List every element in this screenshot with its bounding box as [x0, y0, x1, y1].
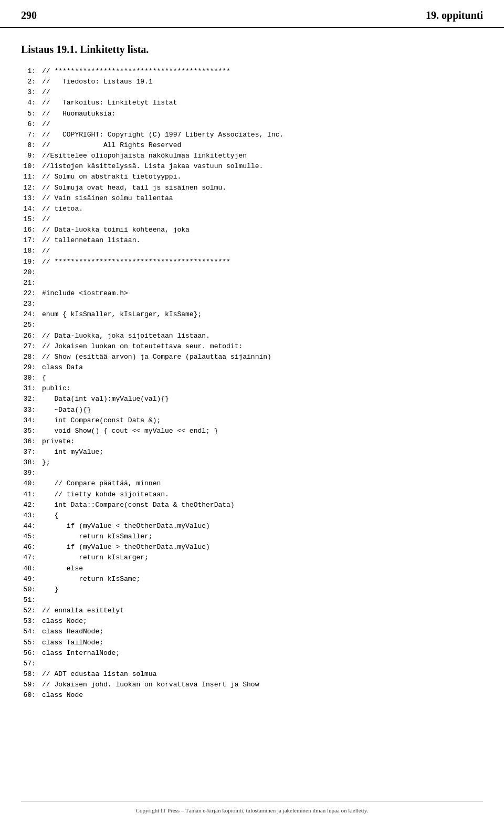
code-line: 43: {	[21, 510, 483, 521]
line-content: ~Data(){}	[42, 405, 483, 415]
code-line: 51:	[21, 595, 483, 606]
code-line: 41: // tietty kohde sijoitetaan.	[21, 489, 483, 500]
line-number: 20:	[21, 267, 42, 278]
code-line: 40: // Compare päättää, minnen	[21, 478, 483, 489]
code-line: 50: }	[21, 585, 483, 595]
line-content: // COPYRIGHT: Copyright (C) 1997 Liberty…	[42, 130, 483, 140]
line-content: private:	[42, 436, 483, 447]
line-number: 31:	[21, 383, 42, 394]
line-content: // Compare päättää, minnen	[42, 478, 483, 489]
code-line: 45: return kIsSmaller;	[21, 531, 483, 542]
line-number: 50:	[21, 585, 42, 595]
line-content: // ennalta esittelyt	[42, 606, 483, 616]
line-content: if (myValue > theOtherData.myValue)	[42, 542, 483, 552]
line-content: #include <iostream.h>	[42, 288, 483, 299]
code-line: 37: int myValue;	[21, 447, 483, 457]
code-line: 14:// tietoa.	[21, 204, 483, 214]
code-line: 3://	[21, 87, 483, 98]
line-content: //Esittelee oliopohjaista näkökulmaa lin…	[42, 151, 483, 161]
code-line: 44: if (myValue < theOtherData.myValue)	[21, 521, 483, 531]
line-content: // Jokaisen johd. luokan on korvattava I…	[42, 680, 483, 690]
code-line: 4:// Tarkoitus: Linkitetyt listat	[21, 98, 483, 108]
line-content: {	[42, 510, 483, 521]
line-content: int myValue;	[42, 447, 483, 457]
line-content: return kIsSmaller;	[42, 531, 483, 542]
line-number: 34:	[21, 415, 42, 426]
line-content: public:	[42, 383, 483, 394]
listing-title: Listaus 19.1. Linkitetty lista.	[21, 44, 483, 56]
footer-text: Copyright IT Press – Tämän e-kirjan kopi…	[136, 807, 369, 813]
code-line: 18://	[21, 246, 483, 256]
line-content: int Compare(const Data &);	[42, 415, 483, 426]
line-number: 13:	[21, 193, 42, 204]
line-number: 40:	[21, 478, 42, 489]
line-content: };	[42, 457, 483, 468]
line-number: 44:	[21, 521, 42, 531]
line-number: 33:	[21, 405, 42, 415]
line-content: class HeadNode;	[42, 627, 483, 637]
line-number: 22:	[21, 288, 42, 299]
line-number: 58:	[21, 669, 42, 680]
line-content: return kIsLarger;	[42, 552, 483, 563]
code-line: 46: if (myValue > theOtherData.myValue)	[21, 542, 483, 552]
line-content: // Tiedosto: Listaus 19.1	[42, 77, 483, 87]
line-number: 27:	[21, 341, 42, 352]
code-line: 10://listojen käsittelyssä. Lista jakaa …	[21, 161, 483, 172]
code-line: 5:// Huomautuksia:	[21, 109, 483, 119]
code-block: 1:// ***********************************…	[21, 66, 483, 701]
line-number: 25:	[21, 320, 42, 330]
code-line: 28:// Show (esittää arvon) ja Compare (p…	[21, 352, 483, 362]
line-number: 52:	[21, 606, 42, 616]
line-content: class Data	[42, 362, 483, 373]
line-number: 7:	[21, 130, 42, 140]
line-content: //	[42, 87, 483, 98]
code-line: 58:// ADT edustaa listan solmua	[21, 669, 483, 680]
line-content: // tietoa.	[42, 204, 483, 214]
line-number: 39:	[21, 468, 42, 478]
line-number: 15:	[21, 214, 42, 225]
line-number: 37:	[21, 447, 42, 457]
line-content: else	[42, 564, 483, 574]
line-content: class TailNode;	[42, 638, 483, 648]
line-content: // Solmuja ovat head, tail js sisäinen s…	[42, 183, 483, 193]
line-number: 28:	[21, 352, 42, 362]
line-content: //listojen käsittelyssä. Lista jakaa vas…	[42, 161, 483, 172]
code-line: 49: return kIsSame;	[21, 574, 483, 585]
code-line: 17:// tallennetaan listaan.	[21, 235, 483, 246]
line-content: //	[42, 214, 483, 225]
line-number: 38:	[21, 457, 42, 468]
line-number: 53:	[21, 616, 42, 627]
line-number: 26:	[21, 331, 42, 341]
code-line: 47: return kIsLarger;	[21, 552, 483, 563]
line-content: // Solmu on abstrakti tietotyyppi.	[42, 172, 483, 182]
chapter-title: 19. oppitunti	[426, 9, 483, 22]
line-content: return kIsSame;	[42, 574, 483, 585]
line-number: 32:	[21, 394, 42, 404]
line-number: 12:	[21, 183, 42, 193]
line-number: 14:	[21, 204, 42, 214]
page-footer: Copyright IT Press – Tämän e-kirjan kopi…	[21, 801, 483, 813]
line-content: // tietty kohde sijoitetaan.	[42, 489, 483, 500]
code-line: 23:	[21, 299, 483, 309]
code-line: 31:public:	[21, 383, 483, 394]
line-content: if (myValue < theOtherData.myValue)	[42, 521, 483, 531]
line-number: 23:	[21, 299, 42, 309]
code-line: 13:// Vain sisäinen solmu tallentaa	[21, 193, 483, 204]
code-line: 16:// Data-luokka toimii kohteena, joka	[21, 225, 483, 235]
code-line: 30:{	[21, 373, 483, 383]
line-number: 16:	[21, 225, 42, 235]
line-number: 45:	[21, 531, 42, 542]
line-number: 60:	[21, 690, 42, 701]
line-number: 4:	[21, 98, 42, 108]
line-number: 49:	[21, 574, 42, 585]
line-number: 46:	[21, 542, 42, 552]
line-content: // Tarkoitus: Linkitetyt listat	[42, 98, 483, 108]
line-content: // Data-luokka toimii kohteena, joka	[42, 225, 483, 235]
page-container: 290 19. oppitunti Listaus 19.1. Linkitet…	[0, 0, 504, 824]
line-number: 42:	[21, 500, 42, 510]
line-content: // ADT edustaa listan solmua	[42, 669, 483, 680]
line-number: 59:	[21, 680, 42, 690]
line-content: // Vain sisäinen solmu tallentaa	[42, 193, 483, 204]
code-line: 56:class InternalNode;	[21, 648, 483, 659]
line-number: 6:	[21, 119, 42, 130]
